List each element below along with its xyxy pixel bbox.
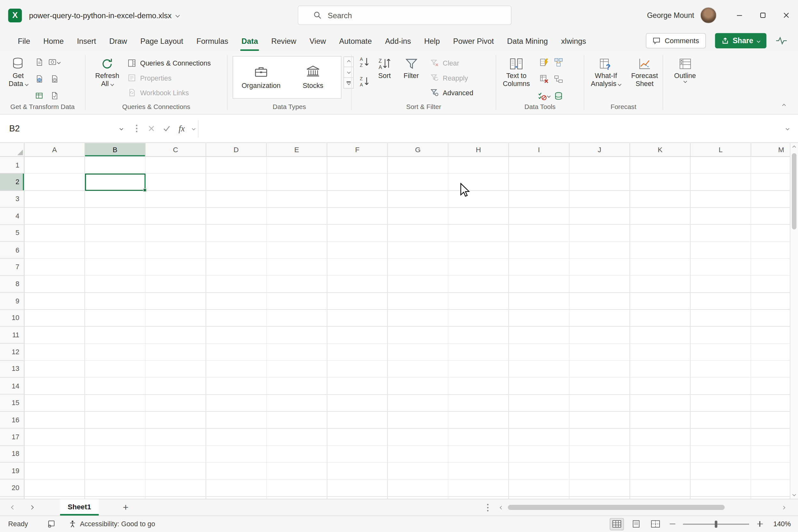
page-break-view-button[interactable] bbox=[648, 518, 663, 530]
filter-button[interactable]: Filter bbox=[401, 54, 421, 81]
page-layout-view-button[interactable] bbox=[629, 518, 643, 530]
tab-help[interactable]: Help bbox=[418, 31, 446, 51]
document-title[interactable]: power-query-to-python-in-excel-demo.xlsx bbox=[29, 11, 172, 19]
tab-file[interactable]: File bbox=[11, 31, 37, 51]
data-validation-button[interactable] bbox=[537, 90, 551, 102]
vertical-scrollbar-thumb[interactable] bbox=[792, 153, 796, 230]
sheet-nav-left-button[interactable] bbox=[7, 501, 19, 513]
row-header-5[interactable]: 5 bbox=[0, 225, 24, 242]
column-header-D[interactable]: D bbox=[206, 143, 267, 156]
column-header-K[interactable]: K bbox=[630, 143, 690, 156]
text-to-columns-button[interactable]: Text to Columns bbox=[500, 54, 533, 90]
select-all-corner[interactable] bbox=[0, 143, 24, 157]
accessibility-status[interactable]: Accessibility: Good to go bbox=[69, 520, 155, 528]
row-header-17[interactable]: 17 bbox=[0, 429, 24, 446]
row-header-16[interactable]: 16 bbox=[0, 412, 24, 429]
row-header-13[interactable]: 13 bbox=[0, 361, 24, 378]
relationships-button[interactable] bbox=[552, 73, 565, 85]
maximize-button[interactable] bbox=[751, 0, 774, 31]
recent-sources-button[interactable] bbox=[48, 73, 61, 85]
get-data-button[interactable]: Get Data bbox=[6, 54, 31, 90]
column-header-I[interactable]: I bbox=[509, 143, 569, 156]
flash-fill-button[interactable] bbox=[537, 56, 551, 68]
manage-data-model-button[interactable] bbox=[552, 90, 565, 102]
tab-review[interactable]: Review bbox=[265, 31, 303, 51]
reapply-filter-button[interactable]: Reapply bbox=[428, 72, 476, 84]
from-picture-button[interactable] bbox=[48, 56, 61, 68]
column-header-A[interactable]: A bbox=[24, 143, 85, 156]
column-header-G[interactable]: G bbox=[388, 143, 448, 156]
tab-home[interactable]: Home bbox=[37, 31, 70, 51]
row-header-18[interactable]: 18 bbox=[0, 446, 24, 463]
row-header-19[interactable]: 19 bbox=[0, 463, 24, 479]
tab-power-pivot[interactable]: Power Pivot bbox=[446, 31, 501, 51]
advanced-filter-button[interactable]: Advanced bbox=[428, 87, 476, 99]
queries-connections-button[interactable]: Queries & Connections bbox=[125, 57, 213, 69]
data-type-organization[interactable]: Organization bbox=[237, 65, 285, 90]
consolidate-button[interactable] bbox=[552, 56, 565, 68]
tab-insert[interactable]: Insert bbox=[70, 31, 102, 51]
data-type-stocks[interactable]: Stocks bbox=[289, 65, 337, 90]
what-if-analysis-button[interactable]: ? What-If Analysis bbox=[588, 54, 624, 90]
refresh-all-button[interactable]: Refresh All bbox=[93, 54, 122, 90]
column-header-C[interactable]: C bbox=[146, 143, 206, 156]
minimize-button[interactable] bbox=[728, 0, 751, 31]
properties-button[interactable]: Properties bbox=[125, 72, 213, 84]
sort-button[interactable]: ZA Sort bbox=[375, 54, 394, 81]
row-header-15[interactable]: 15 bbox=[0, 395, 24, 412]
collapse-ribbon-button[interactable] bbox=[778, 101, 790, 110]
row-header-11[interactable]: 11 bbox=[0, 327, 24, 344]
normal-view-button[interactable] bbox=[610, 518, 624, 530]
share-button[interactable]: Share bbox=[715, 33, 766, 48]
fill-handle[interactable] bbox=[143, 189, 147, 192]
zoom-in-button[interactable] bbox=[755, 519, 764, 529]
scroll-left-button[interactable] bbox=[498, 506, 505, 509]
sheet-nav-right-button[interactable] bbox=[25, 501, 38, 513]
workbook-links-button[interactable]: Workbook Links bbox=[125, 87, 213, 99]
remove-duplicates-button[interactable] bbox=[537, 73, 551, 85]
close-button[interactable] bbox=[775, 0, 798, 31]
scroll-up-button[interactable] bbox=[790, 143, 798, 152]
row-header-8[interactable]: 8 bbox=[0, 276, 24, 292]
formula-input[interactable] bbox=[198, 114, 777, 142]
document-title-chevron-icon[interactable] bbox=[175, 13, 180, 18]
scroll-down-button[interactable] bbox=[790, 490, 798, 499]
row-header-6[interactable]: 6 bbox=[0, 242, 24, 259]
from-table-range-button[interactable] bbox=[32, 90, 45, 102]
column-header-E[interactable]: E bbox=[267, 143, 327, 156]
row-header-10[interactable]: 10 bbox=[0, 310, 24, 327]
outline-button[interactable]: Outline bbox=[672, 54, 699, 84]
add-sheet-button[interactable]: + bbox=[119, 501, 132, 514]
zoom-slider[interactable] bbox=[683, 524, 749, 524]
cancel-button[interactable] bbox=[144, 121, 159, 136]
row-header-14[interactable]: 14 bbox=[0, 378, 24, 395]
row-header-7[interactable]: 7 bbox=[0, 259, 24, 276]
column-header-J[interactable]: J bbox=[569, 143, 630, 156]
zoom-out-button[interactable] bbox=[668, 519, 677, 529]
tab-automate[interactable]: Automate bbox=[332, 31, 379, 51]
tab-draw[interactable]: Draw bbox=[102, 31, 134, 51]
name-box[interactable]: B2 bbox=[0, 114, 130, 142]
zoom-slider-thumb[interactable] bbox=[715, 520, 718, 528]
horizontal-scrollbar-thumb[interactable] bbox=[508, 505, 724, 510]
macro-recording-button[interactable] bbox=[47, 520, 55, 528]
row-header-12[interactable]: 12 bbox=[0, 344, 24, 361]
column-header-B[interactable]: B bbox=[85, 143, 146, 156]
activity-icon[interactable] bbox=[776, 36, 788, 45]
enter-button[interactable] bbox=[159, 121, 174, 136]
from-web-button[interactable] bbox=[32, 73, 45, 85]
avatar[interactable] bbox=[700, 7, 717, 23]
row-header-4[interactable]: 4 bbox=[0, 208, 24, 225]
column-header-H[interactable]: H bbox=[448, 143, 509, 156]
forecast-sheet-button[interactable]: Forecast Sheet bbox=[629, 54, 661, 90]
formula-bar-splitter[interactable] bbox=[136, 128, 137, 130]
zoom-level[interactable]: 140% bbox=[770, 520, 791, 528]
tab-view[interactable]: View bbox=[303, 31, 332, 51]
insert-function-button[interactable]: fx bbox=[174, 121, 189, 136]
comments-button[interactable]: Comments bbox=[646, 33, 706, 48]
search-box[interactable]: Search bbox=[298, 6, 512, 25]
row-header-20[interactable]: 20 bbox=[0, 479, 24, 496]
sort-descending-button[interactable]: ZA bbox=[358, 75, 371, 88]
user-name[interactable]: George Mount bbox=[647, 11, 695, 19]
clear-filter-button[interactable]: Clear bbox=[428, 57, 476, 69]
